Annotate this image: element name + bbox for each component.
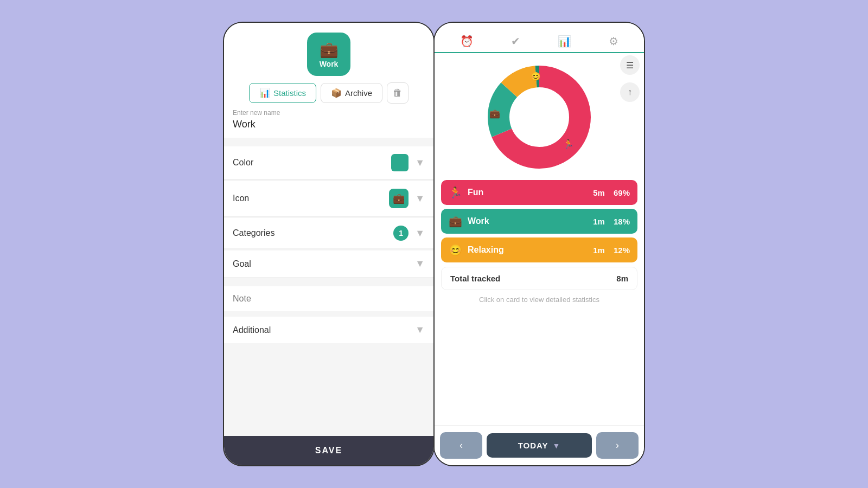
settings-icon: ⚙	[609, 35, 618, 47]
icon-chevron-icon: ▼	[415, 193, 425, 204]
additional-chevron-icon: ▼	[415, 324, 425, 336]
categories-count: 1	[399, 229, 403, 237]
empty-space	[224, 343, 433, 408]
stat-card-relaxing[interactable]: 😊 Relaxing 1m 12%	[441, 237, 637, 262]
today-button[interactable]: TODAY ▼	[487, 433, 592, 458]
stat-card-work[interactable]: 💼 Work 1m 18%	[441, 209, 637, 234]
next-arrow-icon: ›	[616, 440, 619, 451]
note-input[interactable]	[233, 294, 425, 304]
note-row	[224, 286, 433, 311]
fun-chart-icon: 🏃	[563, 139, 574, 149]
form-area: Enter new name Color ▼ Icon 💼 ▼ Categori…	[224, 104, 433, 436]
section-divider	[224, 278, 433, 282]
relaxing-time: 1m	[593, 246, 605, 255]
right-phone-content: ⏰ ✔ 📊 ⚙ ☰ ↑	[435, 23, 644, 465]
prev-arrow-icon: ‹	[459, 440, 463, 451]
nav-chart[interactable]: 📊	[547, 30, 582, 53]
divider	[224, 179, 433, 180]
briefcase-icon: 💼	[320, 41, 339, 59]
categories-badge: 1	[393, 226, 409, 241]
fun-name: Fun	[468, 188, 593, 197]
top-nav: ⏰ ✔ 📊 ⚙	[435, 23, 644, 53]
chart-overlays: 🏃 💼 😊	[485, 63, 593, 171]
section-divider	[224, 142, 433, 146]
work-stat-icon: 💼	[449, 215, 462, 228]
today-label: TODAY	[518, 441, 548, 450]
work-chart-icon: 💼	[489, 108, 500, 119]
section-divider	[224, 312, 433, 317]
checklist-icon: ✔	[511, 35, 520, 47]
icon-label: Icon	[233, 194, 389, 203]
tab-archive[interactable]: 📦 Archive	[321, 83, 382, 103]
color-label: Color	[233, 158, 391, 168]
stats-list: 🏃 Fun 5m 69% 💼 Work 1m 18% 😊 Relaxing 1m…	[435, 176, 644, 267]
icon-preview-symbol: 💼	[393, 192, 405, 204]
relaxing-pct: 12%	[614, 246, 630, 255]
additional-row[interactable]: Additional ▼	[224, 317, 433, 343]
statistics-icon: 📊	[259, 88, 270, 98]
work-stat-time: 1m	[593, 217, 605, 226]
relaxing-chart-icon: 😊	[531, 72, 541, 81]
donut-chart: 🏃 💼 😊	[485, 63, 593, 171]
alarm-icon: ⏰	[460, 35, 474, 47]
total-label: Total tracked	[450, 274, 616, 283]
icon-row[interactable]: Icon 💼 ▼	[224, 181, 433, 216]
save-button[interactable]: SAVE	[224, 436, 433, 465]
delete-icon: 🗑	[393, 87, 403, 98]
prev-button[interactable]: ‹	[440, 432, 482, 459]
goal-row[interactable]: Goal ▼	[224, 251, 433, 278]
goal-label: Goal	[233, 259, 413, 269]
name-section: Enter new name	[224, 104, 433, 138]
relaxing-name: Relaxing	[468, 245, 593, 255]
chart-area: 🏃 💼 😊	[435, 53, 644, 176]
name-input[interactable]	[233, 119, 425, 130]
color-swatch	[391, 154, 409, 171]
archive-icon: 📦	[331, 88, 342, 98]
next-button[interactable]: ›	[596, 432, 639, 459]
work-stat-pct: 18%	[614, 217, 630, 226]
fun-time: 5m	[593, 188, 605, 197]
tab-statistics-label: Statistics	[273, 88, 306, 98]
chart-icon: 📊	[558, 35, 571, 47]
bottom-nav: ‹ TODAY ▼ ›	[435, 425, 644, 465]
categories-chevron-icon: ▼	[415, 228, 425, 239]
total-row: Total tracked 8m	[441, 267, 637, 290]
fun-icon: 🏃	[449, 186, 462, 199]
nav-checklist[interactable]: ✔	[500, 30, 531, 53]
left-phone: 💼 Work 📊 Statistics 📦 Archive 🗑 Enter	[223, 22, 435, 466]
tab-statistics[interactable]: 📊 Statistics	[249, 83, 316, 103]
nav-settings[interactable]: ⚙	[598, 30, 629, 53]
color-row[interactable]: Color ▼	[224, 146, 433, 179]
stat-card-fun[interactable]: 🏃 Fun 5m 69%	[441, 180, 637, 205]
additional-label: Additional	[233, 325, 413, 335]
divider	[224, 216, 433, 217]
divider	[224, 249, 433, 249]
categories-label: Categories	[233, 228, 393, 238]
goal-chevron-icon: ▼	[415, 258, 425, 269]
icon-preview: 💼	[389, 189, 409, 208]
total-value: 8m	[616, 274, 628, 283]
relaxing-icon: 😊	[449, 243, 462, 256]
work-stat-name: Work	[468, 216, 593, 226]
fun-pct: 69%	[614, 188, 630, 197]
delete-button[interactable]: 🗑	[387, 82, 409, 104]
right-phone: ⏰ ✔ 📊 ⚙ ☰ ↑	[433, 22, 645, 466]
categories-row[interactable]: Categories 1 ▼	[224, 218, 433, 249]
left-header: 💼 Work 📊 Statistics 📦 Archive 🗑	[224, 23, 433, 104]
nav-alarm[interactable]: ⏰	[449, 30, 484, 53]
click-hint: Click on card to view detailed statistic…	[435, 290, 644, 309]
today-dropdown-icon: ▼	[553, 441, 561, 450]
tabs-row: 📊 Statistics 📦 Archive 🗑	[242, 76, 415, 104]
color-chevron-icon: ▼	[415, 157, 425, 169]
work-app-icon[interactable]: 💼 Work	[307, 33, 350, 76]
name-label: Enter new name	[233, 109, 425, 117]
tab-archive-label: Archive	[345, 88, 372, 98]
work-icon-label: Work	[320, 60, 339, 68]
